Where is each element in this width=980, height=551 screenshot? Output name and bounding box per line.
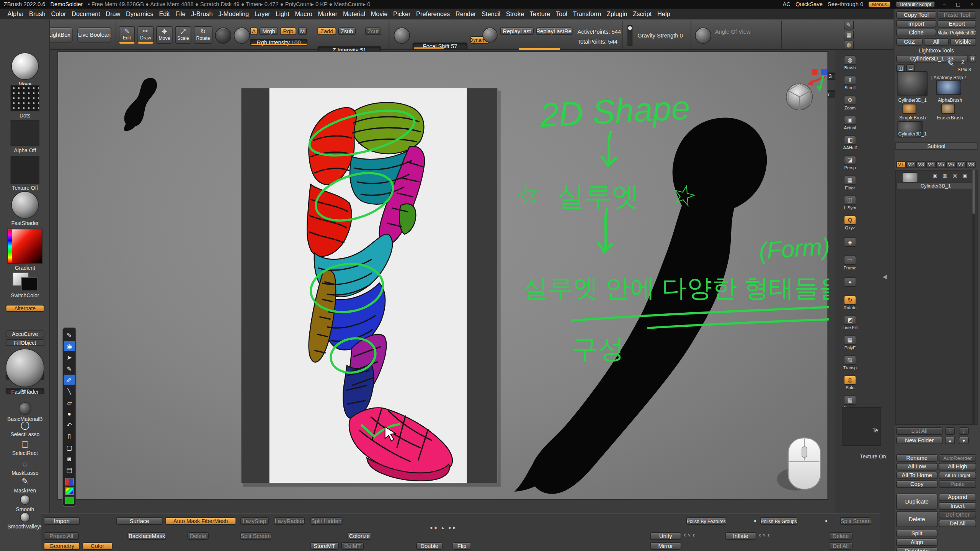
focal-shift-icon[interactable] <box>394 28 410 44</box>
geometry-button[interactable]: Geometry <box>44 542 80 550</box>
mrgb-button[interactable]: Mrgb <box>260 28 278 35</box>
fill-object-button[interactable]: FillObject <box>6 339 44 346</box>
menu-item[interactable]: Help <box>657 10 670 17</box>
subtool-brush-icon[interactable]: ◍ <box>942 173 947 179</box>
draw-mode-button[interactable]: ✏Draw <box>137 26 154 44</box>
subtool-version-tab[interactable]: V7 <box>956 161 965 168</box>
tool-import-button[interactable]: Import <box>896 20 936 28</box>
restore-button[interactable]: R <box>969 55 977 63</box>
default-zscript-button[interactable]: DefaultZScript <box>896 1 935 7</box>
copy-tool-button[interactable]: Copy Tool <box>896 11 936 19</box>
trash-icon[interactable]: ▯ <box>64 431 75 441</box>
rgb-intensity-slider[interactable]: Rgb Intensity 100 <box>250 39 307 46</box>
shelf-pen-icon[interactable]: ✎ <box>844 21 854 29</box>
make-polymesh3d-button[interactable]: Make PolyMesh3D <box>938 29 976 36</box>
highlighter-icon[interactable]: ✐ <box>64 375 75 385</box>
menu-item[interactable]: Picker <box>393 10 410 17</box>
pencil-icon[interactable]: ✎ <box>947 59 954 68</box>
tool-icon-b[interactable]: ▭ <box>906 64 915 72</box>
polyframe-button[interactable]: ▩ PolyF <box>840 333 860 352</box>
tool-icon-a[interactable]: ◫ <box>896 64 905 72</box>
menu-item[interactable]: J-Brush <box>191 10 212 17</box>
texture-on-label[interactable]: Texture On <box>860 453 886 460</box>
unify-axis-toggles[interactable]: x y z <box>684 533 695 537</box>
colorize-button[interactable]: Colorize <box>348 532 371 540</box>
unify-button[interactable]: Unify <box>650 532 681 540</box>
menu-item[interactable]: Light <box>276 10 289 17</box>
all-to-target-button[interactable]: All To Target <box>939 472 976 479</box>
subtool-version-tab[interactable]: V5 <box>936 161 946 168</box>
simple-brush-thumbnail[interactable] <box>903 104 916 114</box>
alpha-off-selector[interactable]: Alpha Off <box>0 120 50 153</box>
bottom-del-all-button[interactable]: Del All <box>829 542 853 550</box>
menu-item[interactable]: Texture <box>530 10 550 17</box>
smooth-brush[interactable]: Smooth <box>0 495 50 512</box>
menu-item[interactable]: Transform <box>573 10 601 17</box>
menu-item[interactable]: Edit <box>159 10 170 17</box>
subtool-version-tab[interactable]: V1 <box>896 161 905 168</box>
eye-icon[interactable]: ◉ <box>64 341 75 351</box>
replay-icon[interactable] <box>482 28 497 42</box>
see-through-slider[interactable]: See-through 0 <box>828 1 863 7</box>
goz-button[interactable]: GoZ <box>896 38 923 46</box>
magnet-icon[interactable]: ◈ <box>840 232 860 252</box>
menus-button[interactable]: Menus <box>868 1 891 7</box>
menu-item[interactable]: Macro <box>295 10 312 17</box>
forward-icon[interactable]: ►► <box>448 525 457 530</box>
color-picker-gradient[interactable]: Gradient <box>0 229 50 271</box>
m-button[interactable]: M <box>298 28 307 35</box>
polish-by-groups-button[interactable]: Polish By Groups <box>760 517 797 525</box>
menu-item[interactable]: Draw <box>106 10 120 17</box>
subtool-eye2-icon[interactable]: ◉ <box>962 173 967 179</box>
duplicate-button[interactable]: Duplicate <box>896 494 938 510</box>
menu-item[interactable]: Render <box>456 10 476 17</box>
all-to-home-button[interactable]: All To Home <box>896 472 938 479</box>
close-button[interactable]: × <box>967 1 976 7</box>
menu-item[interactable]: Stencil <box>482 10 500 17</box>
polyhedron-sphere[interactable] <box>786 84 813 110</box>
aa-half-icon[interactable]: ◧ AAHalf <box>840 132 860 152</box>
material-thumbnail-small[interactable]: FastShader <box>0 191 50 226</box>
del-other-button[interactable]: Del Other <box>939 511 976 519</box>
paste-tool-button[interactable]: Paste Tool <box>938 11 976 19</box>
actual-size-icon[interactable]: ▣ Actual <box>840 112 860 132</box>
split-hidden-button[interactable]: Split Hidden <box>310 517 343 525</box>
rotate-tool-icon[interactable]: ↻ Rotate <box>840 292 860 312</box>
new-folder-button[interactable]: New Folder <box>896 437 942 444</box>
move-down-icon[interactable]: ↓ <box>959 427 969 435</box>
subtool-item-thumbnail[interactable] <box>902 173 918 183</box>
delete-left-button[interactable]: Delete <box>188 532 209 540</box>
document-canvas[interactable]: 2D Shape ☆ 실루엣 ☆ (Form) 실루엣 안에 다양한 형태들을 … <box>57 51 828 500</box>
menu-item[interactable]: Layer <box>255 10 270 17</box>
floor-grid-icon[interactable]: ▦ Floor <box>840 173 860 192</box>
angle-of-view-icon[interactable] <box>695 28 711 44</box>
transparency-button[interactable]: ▨ Transp <box>840 352 860 372</box>
local-symmetry-icon[interactable]: ◫ L.Sym <box>840 192 860 212</box>
bottom-import-button[interactable]: Import <box>44 517 80 525</box>
zoom-tool-icon[interactable]: ⊕ Zoom <box>840 93 860 112</box>
line-tool-icon[interactable]: ╲ <box>64 386 75 396</box>
surface-button[interactable]: Surface <box>116 517 163 525</box>
eraser-brush-thumbnail[interactable] <box>941 104 955 114</box>
menu-item[interactable]: Dynamics <box>126 10 154 17</box>
list-all-button[interactable]: List All <box>896 427 942 435</box>
menu-item[interactable]: J-Modeling <box>218 10 249 17</box>
polish-by-features-button[interactable]: Polish By Features <box>686 517 726 525</box>
folder-up-icon[interactable]: ▲ <box>945 437 955 444</box>
color-swatch-red-blue[interactable] <box>65 478 74 486</box>
delmt-button[interactable]: DelMT <box>341 542 364 550</box>
mask-pen-brush[interactable]: ✎MaskPen <box>0 477 50 493</box>
move-up-icon[interactable]: ↑ <box>945 427 955 435</box>
clone-button[interactable]: Clone <box>896 29 936 36</box>
autoreorder-button[interactable]: AutoReorder <box>939 454 976 462</box>
menu-item[interactable]: Color <box>51 10 66 17</box>
rgb-button[interactable]: Rgb <box>280 28 296 35</box>
select-rect-brush[interactable]: ▢SelectRect <box>0 440 50 456</box>
split-screen-button-2[interactable]: Split Screen <box>240 532 271 540</box>
subtool-version-tab[interactable]: V6 <box>946 161 956 168</box>
shelf-sphere-icon[interactable]: ◍ <box>844 41 854 49</box>
alternate-button[interactable]: Alternate <box>6 305 44 312</box>
folder-down-icon[interactable]: ▼ <box>959 437 969 444</box>
inflate-button[interactable]: Inflate <box>725 532 756 540</box>
menu-item[interactable]: Preferences <box>416 10 450 17</box>
